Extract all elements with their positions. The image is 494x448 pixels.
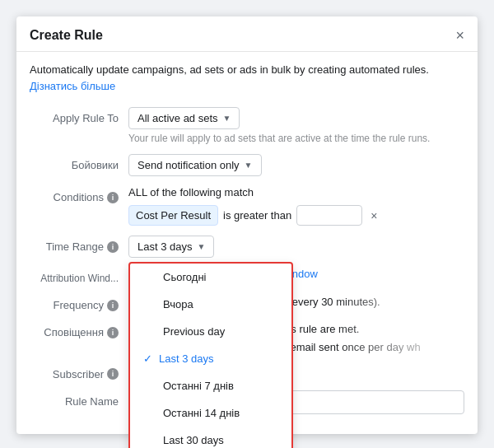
dropdown-item-last-30-days[interactable]: Last 30 days [130, 427, 291, 448]
close-button[interactable]: × [455, 28, 464, 43]
conditions-all-match: ALL of the following match [128, 186, 464, 198]
modal-title: Create Rule [30, 28, 103, 43]
modal-body: Automatically update campaigns, ad sets … [16, 52, 478, 434]
apply-rule-dropdown[interactable]: All active ad sets ▼ [128, 107, 240, 129]
subscriber-label: Subscriber i [30, 363, 128, 380]
bojovuku-arrow-icon: ▼ [245, 161, 253, 170]
conditions-filter-row: Cost Per Result is greater than × [128, 205, 464, 226]
conditions-row: Conditions i ALL of the following match … [30, 186, 464, 226]
condition-operator: is greater than [223, 209, 291, 222]
condition-remove-button[interactable]: × [367, 208, 380, 224]
time-range-info-icon[interactable]: i [107, 241, 119, 253]
dropdown-item-yesterday[interactable]: Вчора [130, 291, 291, 318]
spovishennya-label: Сповіщення i [30, 321, 128, 338]
description-text: Automatically update campaigns, ad sets … [30, 62, 464, 94]
time-range-dropdown-menu: Сьогодні Вчора Previous day ✓ Last 3 day… [128, 262, 293, 448]
dropdown-item-last-7-days[interactable]: Останні 7 днів [130, 372, 291, 399]
dropdown-item-today[interactable]: Сьогодні [130, 264, 291, 291]
create-rule-modal: Create Rule × Automatically update campa… [16, 16, 478, 434]
conditions-content: ALL of the following match Cost Per Resu… [128, 186, 464, 226]
bojovuku-label: Бойовики [30, 154, 128, 171]
bojovuku-row: Бойовики Send notification only ▼ [30, 154, 464, 176]
time-range-arrow-icon: ▼ [198, 242, 206, 251]
time-range-dropdown-button[interactable]: Last 3 days ▼ [128, 236, 214, 258]
conditions-info-icon[interactable]: i [107, 192, 119, 203]
frequency-info-icon[interactable]: i [107, 300, 119, 311]
bojovuku-dropdown[interactable]: Send notification only ▼ [128, 154, 262, 176]
rule-name-label: Rule Name [30, 390, 128, 408]
apply-rule-label: Apply Rule To [30, 107, 128, 124]
learn-more-link[interactable]: Дізнатись більше [30, 80, 115, 92]
dropdown-item-last-3-days[interactable]: ✓ Last 3 days [130, 345, 291, 372]
check-mark-icon: ✓ [143, 352, 152, 365]
apply-rule-row: Apply Rule To All active ad sets ▼ Your … [30, 107, 464, 144]
condition-value-input[interactable] [296, 205, 362, 226]
time-range-row: Time Range i Last 3 days ▼ Сьогодні [30, 236, 464, 258]
dropdown-item-last-14-days[interactable]: Останні 14 днів [130, 399, 291, 427]
time-range-label: Time Range i [30, 236, 128, 253]
modal-header: Create Rule × [16, 16, 478, 52]
subscriber-info-icon[interactable]: i [107, 368, 119, 380]
attribution-cutoff [333, 268, 464, 280]
spovishennya-info-icon[interactable]: i [107, 327, 119, 338]
attribution-label: Attribution Wind... [30, 268, 128, 284]
frequency-label: Frequency i [30, 294, 128, 311]
bojovuku-content: Send notification only ▼ [128, 154, 464, 176]
condition-tag: Cost Per Result [128, 205, 218, 226]
apply-rule-hint: Your rule will apply to ad sets that are… [128, 133, 464, 144]
conditions-label: Conditions i [30, 186, 128, 203]
dropdown-item-previous-day[interactable]: Previous day [130, 318, 291, 345]
time-range-content: Last 3 days ▼ Сьогодні Вчора Pre [128, 236, 464, 258]
apply-rule-arrow-icon: ▼ [223, 114, 231, 123]
apply-rule-content: All active ad sets ▼ Your rule will appl… [128, 107, 464, 144]
